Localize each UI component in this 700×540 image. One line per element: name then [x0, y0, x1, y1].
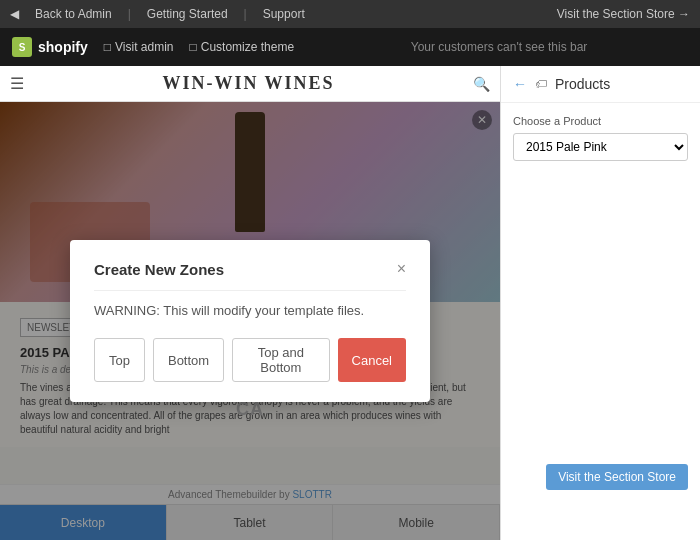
search-icon[interactable]: 🔍	[473, 76, 490, 92]
admin-icon: □	[104, 40, 111, 54]
back-arrow-icon[interactable]: ←	[513, 76, 527, 92]
support-link[interactable]: Support	[263, 7, 305, 21]
tag-icon: 🏷	[535, 77, 547, 91]
panel-footer: Visit the Section Store	[501, 173, 700, 540]
shopify-logo-text: shopify	[38, 39, 88, 55]
create-zones-modal: Create New Zones × WARNING: This will mo…	[70, 240, 430, 402]
modal-warning-text: WARNING: This will modify your template …	[94, 303, 406, 318]
store-preview: ☰ WIN-WIN WINES 🔍 SIGN UP 2015 PA This i…	[0, 66, 500, 540]
choose-product-label: Choose a Product	[513, 115, 688, 127]
product-select[interactable]: 2015 Pale Pink	[513, 133, 688, 161]
getting-started-link[interactable]: Getting Started	[147, 7, 228, 21]
panel-header: ← 🏷 Products	[501, 66, 700, 103]
modal-title: Create New Zones	[94, 261, 224, 278]
shopify-bag-icon: S	[12, 37, 32, 57]
panel-title: Products	[555, 76, 610, 92]
modal-overlay: Create New Zones × WARNING: This will mo…	[0, 102, 500, 540]
top-and-bottom-button[interactable]: Top and Bottom	[232, 338, 329, 382]
cancel-button[interactable]: Cancel	[338, 338, 406, 382]
hamburger-icon[interactable]: ☰	[10, 74, 24, 93]
visit-section-store-link[interactable]: Visit the Section Store →	[557, 7, 690, 21]
modal-close-button[interactable]: ×	[397, 260, 406, 278]
admin-bar-back-icon: ◀	[10, 7, 19, 21]
store-content: SIGN UP 2015 PA This is a demonstration …	[0, 102, 500, 540]
store-toolbar: ☰ WIN-WIN WINES 🔍	[0, 66, 500, 102]
right-panel: ← 🏷 Products Choose a Product 2015 Pale …	[500, 66, 700, 540]
separator-1: |	[128, 7, 131, 21]
visit-admin-link[interactable]: □ Visit admin	[104, 40, 174, 54]
store-title: WIN-WIN WINES	[32, 73, 465, 94]
bottom-button[interactable]: Bottom	[153, 338, 224, 382]
admin-bar: ◀ Back to Admin | Getting Started | Supp…	[0, 0, 700, 28]
shopify-bar: S shopify □ Visit admin □ Customize them…	[0, 28, 700, 66]
panel-body: Choose a Product 2015 Pale Pink	[501, 103, 700, 173]
main-layout: ☰ WIN-WIN WINES 🔍 SIGN UP 2015 PA This i…	[0, 66, 700, 540]
customize-icon: □	[190, 40, 197, 54]
bar-notice: Your customers can't see this bar	[411, 40, 588, 54]
customize-theme-link[interactable]: □ Customize theme	[190, 40, 295, 54]
shopify-logo: S shopify	[12, 37, 88, 57]
back-to-admin-link[interactable]: Back to Admin	[35, 7, 112, 21]
modal-header: Create New Zones ×	[94, 260, 406, 291]
visit-section-store-button[interactable]: Visit the Section Store	[546, 464, 688, 490]
separator-2: |	[244, 7, 247, 21]
modal-actions: Top Bottom Top and Bottom Cancel	[94, 338, 406, 382]
top-button[interactable]: Top	[94, 338, 145, 382]
